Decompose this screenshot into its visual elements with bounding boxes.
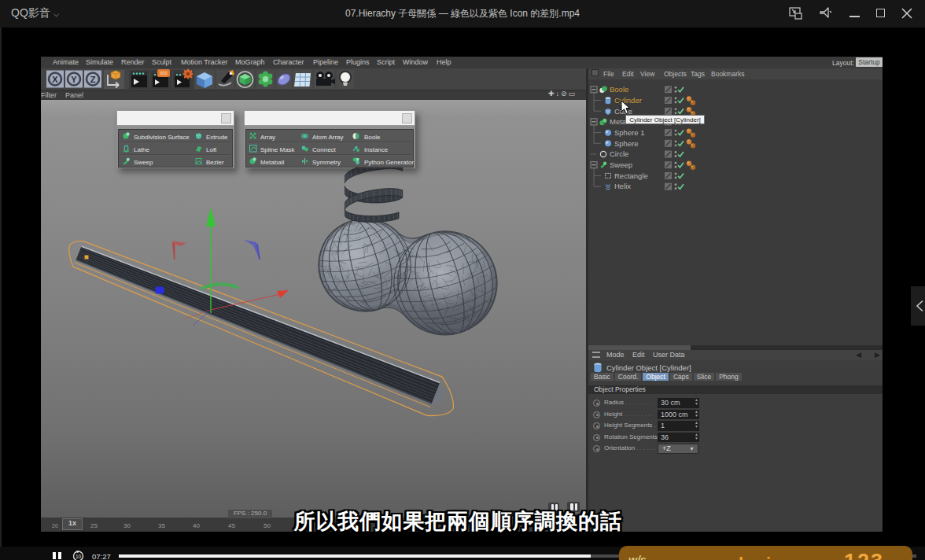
svg-text:Sweep: Sweep [134, 159, 153, 166]
svg-text:X: X [52, 75, 58, 84]
svg-text:Loft: Loft [206, 146, 217, 153]
svg-text:Subdivision Surface: Subdivision Surface [134, 134, 190, 141]
svg-text:Rectangle: Rectangle [614, 171, 648, 180]
svg-text:Symmetry: Symmetry [312, 159, 341, 166]
svg-text:Instance: Instance [364, 146, 389, 153]
svg-text:10: 10 [76, 554, 82, 559]
svg-text:Helix: Helix [614, 182, 631, 190]
svg-text:Python Generator: Python Generator [364, 159, 414, 166]
svg-text:Atom Array: Atom Array [312, 134, 344, 141]
svg-text:Array: Array [260, 134, 275, 141]
svg-text:Spline Mask: Spline Mask [260, 146, 296, 153]
svg-text:Extrude: Extrude [206, 134, 228, 141]
svg-text:Sweep: Sweep [610, 160, 632, 169]
svg-text:Metaball: Metaball [260, 159, 284, 166]
svg-text:Lathe: Lathe [134, 146, 150, 153]
svg-text:Sphere: Sphere [614, 139, 639, 148]
svg-text:Bezier: Bezier [206, 159, 224, 166]
svg-text:Z: Z [90, 75, 96, 84]
svg-text:Y: Y [71, 75, 77, 84]
svg-text:Connect: Connect [312, 146, 337, 153]
svg-text:Sphere 1: Sphere 1 [614, 128, 645, 137]
svg-text:Boole: Boole [610, 85, 628, 94]
svg-text:Boole: Boole [364, 134, 381, 141]
svg-text:Circle: Circle [610, 149, 628, 158]
